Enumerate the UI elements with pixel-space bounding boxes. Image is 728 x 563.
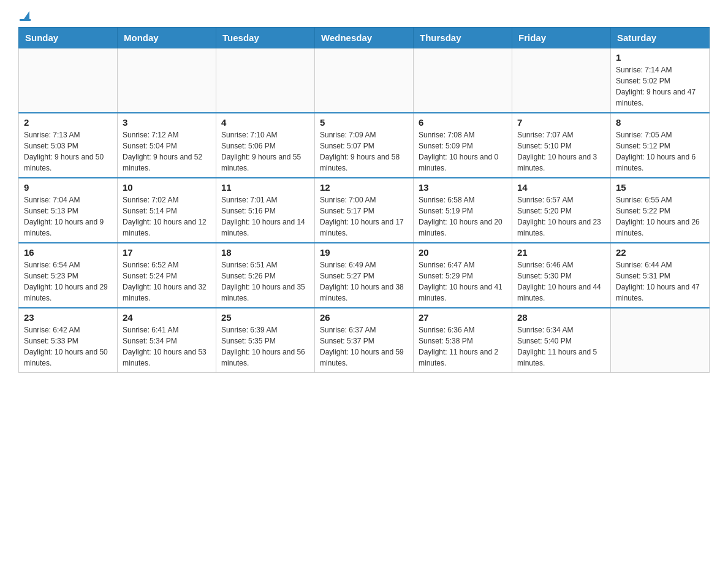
day-info: Sunrise: 6:42 AMSunset: 5:33 PMDaylight:… bbox=[24, 324, 112, 369]
day-of-week-header: Wednesday bbox=[315, 28, 414, 48]
calendar-day-cell: 25Sunrise: 6:39 AMSunset: 5:35 PMDayligh… bbox=[216, 308, 315, 373]
day-info: Sunrise: 6:49 AMSunset: 5:27 PMDaylight:… bbox=[320, 259, 408, 304]
day-of-week-header: Friday bbox=[512, 28, 611, 48]
page-header bbox=[18, 12, 710, 21]
calendar-day-cell bbox=[19, 48, 118, 113]
day-number: 14 bbox=[517, 182, 605, 193]
day-number: 19 bbox=[320, 247, 408, 258]
day-info: Sunrise: 7:14 AMSunset: 5:02 PMDaylight:… bbox=[616, 64, 704, 109]
day-number: 2 bbox=[24, 117, 112, 128]
calendar-day-cell: 13Sunrise: 6:58 AMSunset: 5:19 PMDayligh… bbox=[414, 178, 512, 243]
day-number: 12 bbox=[320, 182, 408, 193]
day-info: Sunrise: 6:52 AMSunset: 5:24 PMDaylight:… bbox=[123, 259, 211, 304]
calendar-day-cell: 20Sunrise: 6:47 AMSunset: 5:29 PMDayligh… bbox=[414, 243, 512, 308]
day-info: Sunrise: 7:00 AMSunset: 5:17 PMDaylight:… bbox=[320, 194, 408, 239]
calendar-day-cell: 14Sunrise: 6:57 AMSunset: 5:20 PMDayligh… bbox=[512, 178, 611, 243]
calendar-day-cell: 3Sunrise: 7:12 AMSunset: 5:04 PMDaylight… bbox=[118, 113, 216, 178]
day-number: 7 bbox=[517, 117, 605, 128]
day-of-week-header: Thursday bbox=[414, 28, 512, 48]
day-number: 3 bbox=[123, 117, 211, 128]
calendar-day-cell: 26Sunrise: 6:37 AMSunset: 5:37 PMDayligh… bbox=[315, 308, 414, 373]
day-number: 26 bbox=[320, 312, 408, 323]
calendar-week-row: 9Sunrise: 7:04 AMSunset: 5:13 PMDaylight… bbox=[19, 178, 710, 243]
day-number: 4 bbox=[221, 117, 309, 128]
calendar-day-cell: 5Sunrise: 7:09 AMSunset: 5:07 PMDaylight… bbox=[315, 113, 414, 178]
calendar-week-row: 23Sunrise: 6:42 AMSunset: 5:33 PMDayligh… bbox=[19, 308, 710, 373]
day-number: 5 bbox=[320, 117, 408, 128]
day-info: Sunrise: 7:04 AMSunset: 5:13 PMDaylight:… bbox=[24, 194, 112, 239]
day-info: Sunrise: 6:46 AMSunset: 5:30 PMDaylight:… bbox=[517, 259, 605, 304]
calendar-day-cell: 6Sunrise: 7:08 AMSunset: 5:09 PMDaylight… bbox=[414, 113, 512, 178]
calendar-day-cell bbox=[216, 48, 315, 113]
day-info: Sunrise: 7:08 AMSunset: 5:09 PMDaylight:… bbox=[419, 129, 507, 174]
calendar-day-cell: 9Sunrise: 7:04 AMSunset: 5:13 PMDaylight… bbox=[19, 178, 118, 243]
calendar-day-cell: 4Sunrise: 7:10 AMSunset: 5:06 PMDaylight… bbox=[216, 113, 315, 178]
calendar-day-cell: 11Sunrise: 7:01 AMSunset: 5:16 PMDayligh… bbox=[216, 178, 315, 243]
day-number: 17 bbox=[123, 247, 211, 258]
day-number: 13 bbox=[419, 182, 507, 193]
calendar-day-cell: 10Sunrise: 7:02 AMSunset: 5:14 PMDayligh… bbox=[118, 178, 216, 243]
day-number: 24 bbox=[123, 312, 211, 323]
calendar-day-cell: 15Sunrise: 6:55 AMSunset: 5:22 PMDayligh… bbox=[611, 178, 710, 243]
calendar-week-row: 2Sunrise: 7:13 AMSunset: 5:03 PMDaylight… bbox=[19, 113, 710, 178]
day-info: Sunrise: 7:10 AMSunset: 5:06 PMDaylight:… bbox=[221, 129, 309, 174]
calendar-day-cell: 28Sunrise: 6:34 AMSunset: 5:40 PMDayligh… bbox=[512, 308, 611, 373]
day-number: 8 bbox=[616, 117, 704, 128]
day-info: Sunrise: 6:37 AMSunset: 5:37 PMDaylight:… bbox=[320, 324, 408, 369]
day-info: Sunrise: 7:13 AMSunset: 5:03 PMDaylight:… bbox=[24, 129, 112, 174]
calendar-day-cell: 17Sunrise: 6:52 AMSunset: 5:24 PMDayligh… bbox=[118, 243, 216, 308]
day-number: 25 bbox=[221, 312, 309, 323]
day-number: 27 bbox=[419, 312, 507, 323]
day-number: 11 bbox=[221, 182, 309, 193]
calendar-day-cell bbox=[118, 48, 216, 113]
calendar-day-cell: 2Sunrise: 7:13 AMSunset: 5:03 PMDaylight… bbox=[19, 113, 118, 178]
day-info: Sunrise: 7:09 AMSunset: 5:07 PMDaylight:… bbox=[320, 129, 408, 174]
calendar-day-cell bbox=[512, 48, 611, 113]
day-number: 23 bbox=[24, 312, 112, 323]
logo-area bbox=[18, 12, 32, 21]
day-number: 15 bbox=[616, 182, 704, 193]
day-number: 6 bbox=[419, 117, 507, 128]
calendar-header: SundayMondayTuesdayWednesdayThursdayFrid… bbox=[19, 28, 710, 48]
calendar-week-row: 16Sunrise: 6:54 AMSunset: 5:23 PMDayligh… bbox=[19, 243, 710, 308]
day-of-week-header: Saturday bbox=[611, 28, 710, 48]
day-of-week-header: Tuesday bbox=[216, 28, 315, 48]
day-number: 20 bbox=[419, 247, 507, 258]
day-info: Sunrise: 6:39 AMSunset: 5:35 PMDaylight:… bbox=[221, 324, 309, 369]
day-of-week-header: Sunday bbox=[19, 28, 118, 48]
day-info: Sunrise: 6:41 AMSunset: 5:34 PMDaylight:… bbox=[123, 324, 211, 369]
day-info: Sunrise: 6:47 AMSunset: 5:29 PMDaylight:… bbox=[419, 259, 507, 304]
calendar-day-cell: 22Sunrise: 6:44 AMSunset: 5:31 PMDayligh… bbox=[611, 243, 710, 308]
calendar-table: SundayMondayTuesdayWednesdayThursdayFrid… bbox=[18, 27, 710, 373]
day-number: 16 bbox=[24, 247, 112, 258]
day-info: Sunrise: 7:01 AMSunset: 5:16 PMDaylight:… bbox=[221, 194, 309, 239]
calendar-day-cell: 16Sunrise: 6:54 AMSunset: 5:23 PMDayligh… bbox=[19, 243, 118, 308]
calendar-day-cell: 23Sunrise: 6:42 AMSunset: 5:33 PMDayligh… bbox=[19, 308, 118, 373]
day-info: Sunrise: 7:02 AMSunset: 5:14 PMDaylight:… bbox=[123, 194, 211, 239]
day-info: Sunrise: 6:58 AMSunset: 5:19 PMDaylight:… bbox=[419, 194, 507, 239]
day-number: 18 bbox=[221, 247, 309, 258]
day-number: 28 bbox=[517, 312, 605, 323]
header-row: SundayMondayTuesdayWednesdayThursdayFrid… bbox=[19, 28, 710, 48]
day-info: Sunrise: 7:12 AMSunset: 5:04 PMDaylight:… bbox=[123, 129, 211, 174]
day-info: Sunrise: 6:44 AMSunset: 5:31 PMDaylight:… bbox=[616, 259, 704, 304]
day-info: Sunrise: 7:07 AMSunset: 5:10 PMDaylight:… bbox=[517, 129, 605, 174]
calendar-day-cell: 18Sunrise: 6:51 AMSunset: 5:26 PMDayligh… bbox=[216, 243, 315, 308]
day-info: Sunrise: 7:05 AMSunset: 5:12 PMDaylight:… bbox=[616, 129, 704, 174]
day-info: Sunrise: 6:34 AMSunset: 5:40 PMDaylight:… bbox=[517, 324, 605, 369]
calendar-week-row: 1Sunrise: 7:14 AMSunset: 5:02 PMDaylight… bbox=[19, 48, 710, 113]
calendar-day-cell: 21Sunrise: 6:46 AMSunset: 5:30 PMDayligh… bbox=[512, 243, 611, 308]
day-number: 9 bbox=[24, 182, 112, 193]
day-info: Sunrise: 6:55 AMSunset: 5:22 PMDaylight:… bbox=[616, 194, 704, 239]
calendar-day-cell: 7Sunrise: 7:07 AMSunset: 5:10 PMDaylight… bbox=[512, 113, 611, 178]
day-number: 21 bbox=[517, 247, 605, 258]
day-number: 10 bbox=[123, 182, 211, 193]
calendar-day-cell: 12Sunrise: 7:00 AMSunset: 5:17 PMDayligh… bbox=[315, 178, 414, 243]
day-info: Sunrise: 6:36 AMSunset: 5:38 PMDaylight:… bbox=[419, 324, 507, 369]
calendar-day-cell bbox=[414, 48, 512, 113]
calendar-day-cell: 8Sunrise: 7:05 AMSunset: 5:12 PMDaylight… bbox=[611, 113, 710, 178]
day-info: Sunrise: 6:57 AMSunset: 5:20 PMDaylight:… bbox=[517, 194, 605, 239]
calendar-day-cell bbox=[611, 308, 710, 373]
calendar-body: 1Sunrise: 7:14 AMSunset: 5:02 PMDaylight… bbox=[19, 48, 710, 373]
calendar-day-cell: 1Sunrise: 7:14 AMSunset: 5:02 PMDaylight… bbox=[611, 48, 710, 113]
